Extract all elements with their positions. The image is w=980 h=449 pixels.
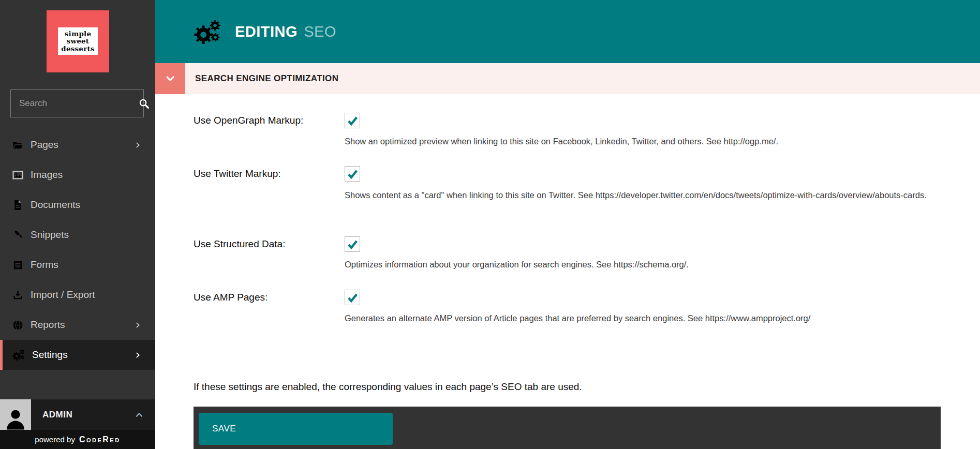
sidebar-item-images[interactable]: Images [0,160,155,190]
field-label-twitter: Use Twitter Markup: [194,168,281,179]
sidebar-nav: Pages Images Documents Snippets Forms [0,130,155,370]
sidebar-item-label: Import / Export [31,289,95,301]
sidebar-item-label: Forms [31,259,58,271]
page-header: EDITING SEO [155,0,980,63]
field-label-amp: Use AMP Pages: [194,292,268,303]
search-input[interactable] [11,98,139,109]
section-collapse-button[interactable] [155,63,185,94]
field-label-opengraph: Use OpenGraph Markup: [194,115,303,126]
checkmark-icon [347,168,359,180]
chevron-right-icon [134,321,142,329]
leaf-icon [12,230,23,241]
sidebar-item-label: Settings [32,349,68,361]
help-text-structured-data: Optimizes information about your organiz… [345,257,940,272]
help-text-opengraph: Show an optimized preview when linking t… [345,133,940,149]
sidebar-item-label: Reports [31,319,65,331]
checkbox-structured-data[interactable] [345,236,360,252]
sidebar-item-label: Documents [31,199,80,211]
sidebar-item-label: Snippets [31,229,69,241]
person-icon [4,407,27,430]
sidebar: simple sweet desserts Pages Images Docum… [0,0,155,449]
settings-note: If these settings are enabled, the corre… [194,381,582,393]
sidebar-item-import-export[interactable]: Import / Export [0,280,155,310]
logo-line: desserts [61,45,94,53]
page-subtitle: SEO [304,23,336,40]
checkbox-twitter[interactable] [345,166,360,182]
account-name: ADMIN [42,410,72,420]
sidebar-item-settings[interactable]: Settings [0,340,155,370]
section-bar: SEARCH ENGINE OPTIMIZATION [155,63,980,94]
sidebar-item-snippets[interactable]: Snippets [0,220,155,250]
sidebar-item-documents[interactable]: Documents [0,190,155,220]
logo-line: sweet [67,37,90,45]
chevron-down-icon [165,73,176,84]
sidebar-item-forms[interactable]: Forms [0,250,155,280]
logo-line: simple [65,30,91,38]
site-logo-text: simple sweet desserts [58,27,98,55]
sidebar-item-pages[interactable]: Pages [0,130,155,160]
folder-icon [12,140,23,151]
avatar [0,399,31,430]
checkbox-amp[interactable] [345,290,360,305]
site-logo[interactable]: simple sweet desserts [47,10,109,72]
help-text-amp: Generates an alternate AMP version of Ar… [345,310,940,326]
form-footer-bar: SAVE [194,407,941,449]
sidebar-item-reports[interactable]: Reports [0,310,155,340]
sidebar-item-label: Pages [31,139,58,151]
globe-icon [12,320,23,331]
chevron-right-icon [134,351,142,359]
field-label-structured-data: Use Structured Data: [194,238,285,250]
chevron-up-icon [135,410,144,420]
checkmark-icon [347,292,359,304]
sidebar-item-label: Images [31,169,63,181]
form-icon [12,260,23,271]
page-title: EDITING [235,23,298,40]
codered-logo: CodeRed [79,435,121,444]
gears-icon [194,20,221,44]
image-icon [12,170,23,181]
download-icon [12,290,23,301]
section-title: SEARCH ENGINE OPTIMIZATION [195,73,338,84]
powered-by-text: powered by [35,435,75,444]
sidebar-search [10,89,144,117]
chevron-right-icon [134,141,142,149]
gears-icon [12,349,25,361]
checkmark-icon [347,115,359,127]
document-icon [12,200,23,211]
account-menu[interactable]: ADMIN [0,399,155,430]
powered-by-bar: powered by CodeRed [0,430,155,449]
help-text-twitter: Shows content as a "card" when linking t… [345,187,940,203]
checkmark-icon [347,238,359,250]
checkbox-opengraph[interactable] [345,113,360,128]
app-window: simple sweet desserts Pages Images Docum… [0,0,980,449]
search-icon[interactable] [139,98,150,109]
save-button[interactable]: SAVE [199,413,393,445]
